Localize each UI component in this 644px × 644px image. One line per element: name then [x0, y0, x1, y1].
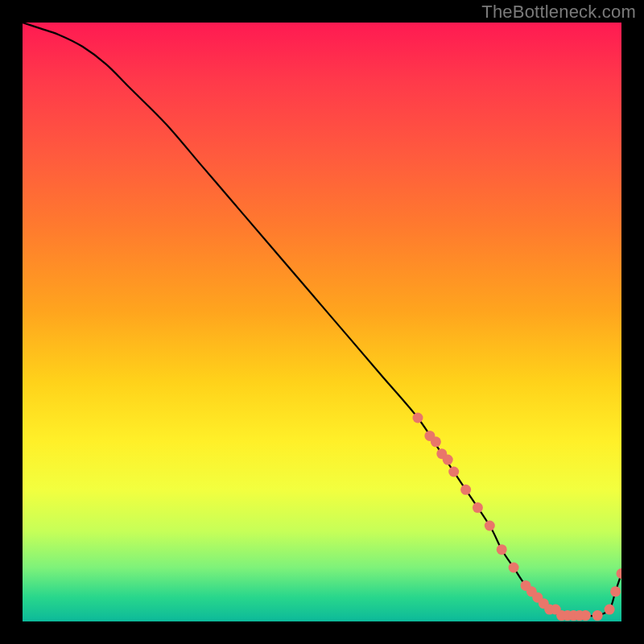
- marker-dot: [592, 610, 603, 621]
- bottleneck-curve: [23, 23, 621, 616]
- marker-dot: [485, 521, 495, 531]
- marker-dot: [610, 586, 621, 597]
- curve-svg: [23, 23, 621, 621]
- watermark-text: TheBottleneck.com: [481, 2, 636, 23]
- plot-area: [23, 23, 621, 621]
- marker-dot: [413, 413, 423, 423]
- marker-dot: [605, 605, 615, 615]
- marker-group: [413, 413, 622, 621]
- marker-dot: [431, 436, 441, 447]
- marker-dot: [497, 544, 507, 555]
- marker-dot: [473, 502, 483, 513]
- chart-frame: TheBottleneck.com: [0, 0, 644, 644]
- marker-dot: [617, 568, 622, 579]
- marker-dot: [443, 455, 453, 465]
- marker-dot: [448, 467, 459, 477]
- marker-dot: [460, 485, 471, 495]
- marker-dot: [580, 610, 591, 621]
- marker-dot: [509, 563, 519, 573]
